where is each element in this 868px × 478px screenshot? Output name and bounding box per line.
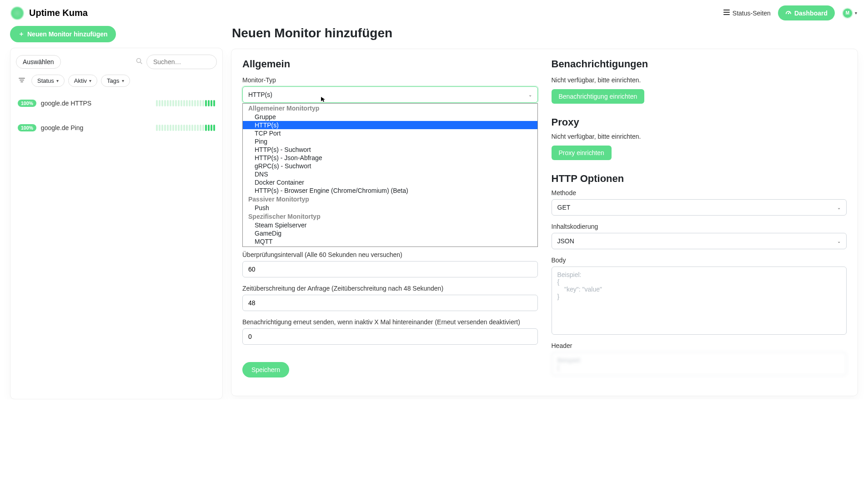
page-title: Neuen Monitor hinzufügen [231, 26, 858, 40]
svg-point-1 [137, 59, 141, 63]
brand[interactable]: Uptime Kuma [11, 7, 88, 20]
brand-logo-icon [11, 7, 24, 20]
search-icon [136, 58, 143, 66]
select-option[interactable]: HTTP(s) [243, 121, 537, 129]
interval-input[interactable] [242, 261, 538, 277]
search-input[interactable] [146, 55, 217, 69]
filter-active[interactable]: Aktiv▾ [68, 75, 97, 87]
monitor-type-dropdown[interactable]: Allgemeiner MonitortypGruppeHTTP(s)TCP P… [242, 103, 538, 247]
resend-input[interactable] [242, 328, 538, 345]
dashboard-button[interactable]: Dashboard [778, 5, 835, 20]
setup-proxy-button[interactable]: Proxy einrichten [552, 146, 612, 160]
avatar: M [842, 8, 853, 19]
monitor-list: 100%google.de HTTPS100%google.de Ping [16, 95, 217, 144]
notifications-note: Nicht verfügbar, bitte einrichten. [552, 76, 847, 84]
header-label: Header [552, 342, 847, 349]
monitor-item[interactable]: 100%google.de Ping [16, 120, 217, 144]
add-monitor-label: Neuen Monitor hinzufügen [27, 30, 108, 38]
timeout-label: Zeitüberschreitung der Anfrage (Zeitüber… [242, 285, 538, 292]
select-option[interactable]: Docker Container [243, 178, 537, 186]
sidebar: ＋ Neuen Monitor hinzufügen Auswählen Sta… [10, 26, 223, 399]
filter-icon[interactable] [16, 77, 28, 84]
right-column: Benachrichtigungen Nicht verfügbar, bitt… [552, 58, 847, 377]
chevron-down-icon: ⌄ [528, 92, 532, 97]
filter-tags[interactable]: Tags▾ [101, 75, 130, 87]
body-label: Body [552, 257, 847, 264]
setup-notification-button[interactable]: Benachrichtigung einrichten [552, 89, 645, 104]
timeout-input[interactable] [242, 295, 538, 311]
plus-icon: ＋ [18, 30, 25, 38]
select-option[interactable]: Ping [243, 137, 537, 146]
main-content: Neuen Monitor hinzufügen Allgemein Monit… [231, 26, 858, 396]
method-label: Methode [552, 189, 847, 196]
select-option[interactable]: HTTP(s) - Suchwort [243, 146, 537, 154]
option-group: Allgemeiner Monitortyp [243, 104, 537, 113]
monitor-item[interactable]: 100%google.de HTTPS [16, 95, 217, 120]
monitor-type-select[interactable]: HTTP(s) ⌄ [242, 86, 538, 103]
monitor-name: google.de HTTPS [41, 100, 156, 107]
select-option[interactable]: Steam Spielserver [243, 221, 537, 229]
heartbeat-bars [156, 125, 215, 131]
header-nav: Status-Seiten Dashboard M ▾ [723, 5, 857, 20]
app-header: Uptime Kuma Status-Seiten Dashboard M ▾ [0, 0, 868, 26]
proxy-note: Nicht verfügbar, bitte einrichten. [552, 133, 847, 140]
chevron-down-icon: ▾ [855, 10, 857, 15]
status-pages-label: Status-Seiten [733, 10, 771, 17]
monitor-type-label: Monitor-Typ [242, 76, 538, 84]
notifications-heading: Benachrichtigungen [552, 58, 847, 70]
status-badge: 100% [18, 100, 36, 107]
monitor-type-value: HTTP(s) [248, 91, 272, 98]
save-button[interactable]: Speichern [242, 362, 289, 377]
chevron-down-icon: ▾ [122, 78, 124, 83]
select-option[interactable]: gRPC(s) - Suchwort [243, 162, 537, 170]
user-menu[interactable]: M ▾ [842, 8, 857, 19]
filter-status[interactable]: Status▾ [31, 75, 65, 87]
proxy-heading: Proxy [552, 116, 847, 128]
method-select[interactable]: GET ⌄ [552, 199, 847, 216]
gauge-icon [785, 9, 792, 17]
dashboard-label: Dashboard [794, 10, 828, 17]
option-group: Spezifischer Monitortyp [243, 212, 537, 221]
encoding-value: JSON [557, 237, 574, 245]
select-option[interactable]: HTTP(s) - Json-Abfrage [243, 154, 537, 162]
resend-label: Benachrichtigung erneut senden, wenn ina… [242, 318, 538, 326]
encoding-select[interactable]: JSON ⌄ [552, 233, 847, 249]
encoding-label: Inhaltskodierung [552, 223, 847, 230]
select-option[interactable]: TCP Port [243, 129, 537, 137]
http-options-heading: HTTP Optionen [552, 173, 847, 185]
monitor-list-panel: Auswählen Status▾ Aktiv▾ Tags▾ 100%googl… [10, 48, 223, 399]
interval-label: Überprüfungsintervall (Alle 60 Sekunden … [242, 251, 538, 258]
select-option[interactable]: Kafka Producer [243, 246, 537, 247]
general-heading: Allgemein [242, 58, 538, 70]
heartbeat-bars [156, 100, 215, 106]
select-option[interactable]: GameDig [243, 229, 537, 237]
select-option[interactable]: MQTT [243, 237, 537, 246]
status-badge: 100% [18, 124, 36, 131]
brand-title: Uptime Kuma [29, 8, 88, 18]
select-option[interactable]: HTTP(s) - Browser Engine (Chrome/Chromiu… [243, 186, 537, 195]
select-mode-button[interactable]: Auswählen [16, 55, 61, 69]
option-group: Passiver Monitortyp [243, 195, 537, 204]
status-pages-link[interactable]: Status-Seiten [723, 9, 771, 17]
method-value: GET [557, 204, 571, 211]
chevron-down-icon: ⌄ [837, 205, 841, 210]
monitor-name: google.de Ping [41, 124, 156, 131]
chevron-down-icon: ▾ [56, 78, 59, 83]
header-textarea[interactable]: Beispiel: { [552, 352, 847, 376]
select-option[interactable]: Gruppe [243, 113, 537, 121]
list-icon [723, 9, 730, 17]
select-option[interactable]: DNS [243, 170, 537, 178]
general-section: Allgemein Monitor-Typ HTTP(s) ⌄ Allgemei… [242, 58, 538, 377]
add-monitor-button[interactable]: ＋ Neuen Monitor hinzufügen [10, 26, 116, 42]
chevron-down-icon: ⌄ [837, 239, 841, 244]
chevron-down-icon: ▾ [89, 78, 91, 83]
body-textarea[interactable]: Beispiel: { "key": "value" } [552, 267, 847, 335]
select-option[interactable]: Push [243, 204, 537, 212]
